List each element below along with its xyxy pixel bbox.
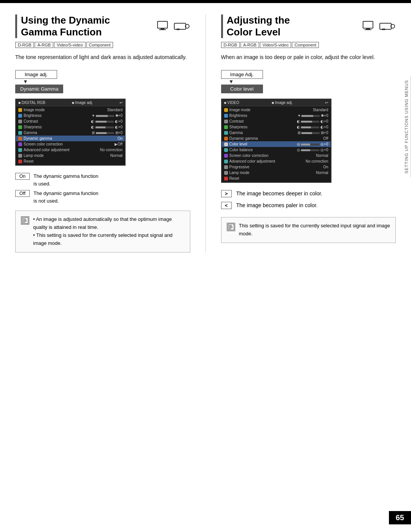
screen-row-progressive: Progressive On: [222, 164, 331, 170]
svg-rect-19: [229, 226, 233, 227]
screen-row-sharpness-left: Sharpness ◐ ◐+0: [16, 124, 125, 130]
on-badge: On: [15, 173, 30, 180]
note-box-left: An image is adjusted automatically so th…: [15, 211, 190, 252]
monitor-icon-right: [362, 21, 377, 32]
menu-arrow1-right: ▼: [229, 79, 234, 85]
screen-row-reset-right: Reset: [222, 176, 331, 181]
tag-component-right: Component: [292, 42, 319, 48]
left-description: The tone representation of light and dar…: [15, 53, 190, 62]
menu-step1-right: Image Adj.: [221, 70, 263, 79]
svg-rect-13: [365, 29, 371, 30]
tag-argb-left: A-RGB: [35, 42, 53, 48]
tag-video-left: Video/S-video: [54, 42, 85, 48]
right-tags: D-RGB A-RGB Video/S-video Component: [221, 42, 396, 48]
right-icons: [362, 21, 396, 32]
screen-header-arrow-right: ↩: [325, 101, 328, 105]
right-description: When an image is too deep or pale in col…: [221, 53, 396, 62]
svg-rect-11: [363, 21, 373, 28]
screen-row-lamp-right: Lamp mode Normal: [222, 170, 331, 176]
deeper-text: The image becomes deeper in color.: [236, 190, 322, 198]
on-text: The dynamic gamma function is used.: [33, 173, 99, 187]
menu-step1-left: Image adj.: [15, 70, 57, 79]
onoff-section-left: On The dynamic gamma function is used. O…: [15, 173, 190, 204]
side-label: SETTING UP FUNCTIONS USING MENUS: [402, 76, 411, 177]
svg-rect-5: [177, 29, 180, 30]
screen-header-left: ■ DIGITAL RGB ■ Image adj. ↩: [16, 99, 125, 106]
right-section-header: Adjusting the Color Level: [221, 14, 396, 38]
screen-row-advanced-left: Advanced color adjustment No correction: [16, 147, 125, 153]
arrow-explanation-right: > The image becomes deeper in color. < T…: [221, 190, 396, 209]
svg-rect-7: [23, 219, 26, 219]
note-symbol-right: [228, 224, 234, 230]
title-bar-left: [15, 14, 17, 38]
screen-mockup-left: ■ DIGITAL RGB ■ Image adj. ↩ Image mode …: [15, 99, 126, 166]
off-text: The dynamic gamma function is not used.: [33, 190, 99, 204]
note-content-left: An image is adjusted automatically so th…: [33, 216, 185, 247]
screen-header-right: ■ VIDEO ■ Image adj. ↩: [222, 99, 331, 106]
screen-header-sub-right: ■ Image adj.: [272, 101, 293, 105]
deeper-badge: >: [221, 190, 232, 197]
svg-rect-20: [229, 227, 233, 228]
right-title: Adjusting the Color Level: [227, 14, 359, 38]
off-badge: Off: [15, 190, 30, 197]
svg-rect-0: [158, 21, 167, 28]
svg-rect-18: [229, 225, 232, 226]
screen-row-advanced-right: Advanced color adjustment No correction: [222, 158, 331, 164]
tag-component-left: Component: [86, 42, 113, 48]
svg-rect-10: [23, 222, 25, 223]
monitor-icon: [157, 21, 171, 32]
right-menu-flow: Image Adj. ▼ Color level: [221, 70, 396, 93]
screen-row-gamma-left: Gamma ⊞ ⊞+0: [16, 130, 125, 136]
screen-row-screen-color-left: Screen color correction ▶Off: [16, 141, 125, 147]
note-icon-left: [21, 216, 29, 225]
left-title: Using the Dynamic Gamma Function: [21, 14, 153, 38]
svg-rect-2: [159, 29, 166, 30]
menu-step2-right: Color level: [221, 85, 263, 93]
note-icon-right: [227, 223, 235, 231]
tag-argb-right: A-RGB: [241, 42, 259, 48]
svg-rect-6: [22, 217, 28, 224]
left-menu-flow: Image adj. ▼ Dynamic Gamma: [15, 70, 190, 93]
screen-row-sharpness-right: Sharpness ◐ ◐+0: [222, 124, 331, 130]
note-symbol-left: [22, 217, 29, 224]
tag-drgb-right: D-RGB: [221, 42, 240, 48]
screen-header-title-right: ■ VIDEO: [224, 101, 239, 105]
screen-body-left: Image mode Standard Brightness ⁕ ✱+0 Con…: [16, 106, 125, 165]
note-item-1: An image is adjusted automatically so th…: [33, 216, 185, 232]
menu-step2-left: Dynamic Gamma: [15, 85, 63, 93]
screen-row-screen-color-right: Screen color correction Normal: [222, 153, 331, 158]
note-text-right: This setting is saved for the currently …: [239, 223, 390, 236]
screen-row-imagemode-left: Image mode Standard: [16, 107, 125, 113]
screen-row-color-level: Color level ◎ ◎+0: [222, 141, 331, 147]
screen-row-contrast-left: Contrast ◐ ◐+0: [16, 118, 125, 124]
screen-row-gamma-right: Gamma ⊞ ⊞+0: [222, 130, 331, 136]
screen-row-reset-left: Reset: [16, 158, 125, 164]
left-tags: D-RGB A-RGB Video/S-video Component: [15, 42, 190, 48]
screen-mockup-right: ■ VIDEO ■ Image adj. ↩ Image mode Standa…: [221, 99, 331, 183]
projector-icon: [174, 21, 190, 32]
screen-header-arrow-left: ↩: [119, 101, 123, 105]
svg-rect-9: [23, 221, 27, 222]
svg-rect-21: [229, 228, 231, 229]
screen-row-imagemode-right: Image mode Standard: [222, 107, 331, 113]
svg-rect-12: [366, 28, 370, 29]
screen-row-dynamic-gamma-left: Dynamic gamma On: [16, 136, 125, 141]
deeper-row: > The image becomes deeper in color.: [221, 190, 396, 198]
title-bar-right: [221, 14, 223, 38]
screen-row-brightness-right: Brightness ⁕ ✱+0: [222, 113, 331, 118]
svg-rect-17: [228, 224, 234, 230]
screen-row-color-balance: Color balance ◎ ◎+0: [222, 147, 331, 153]
left-column: Using the Dynamic Gamma Function: [15, 14, 190, 252]
menu-arrow1-left: ▼: [23, 79, 28, 85]
top-border: [0, 0, 411, 3]
right-heading: Adjusting the Color Level: [227, 14, 359, 38]
paler-row: < The image becomes paler in color.: [221, 201, 396, 209]
page-number: 65: [389, 511, 411, 524]
screen-row-lamp-left: Lamp mode Normal: [16, 153, 125, 158]
left-icons: [157, 21, 190, 32]
screen-body-right: Image mode Standard Brightness ⁕ ✱+0 Con…: [222, 106, 331, 182]
paler-badge: <: [221, 202, 232, 209]
screen-header-sub-left: ■ Image adj.: [72, 101, 93, 105]
svg-rect-14: [380, 23, 391, 29]
right-column: Adjusting the Color Level: [206, 14, 396, 252]
